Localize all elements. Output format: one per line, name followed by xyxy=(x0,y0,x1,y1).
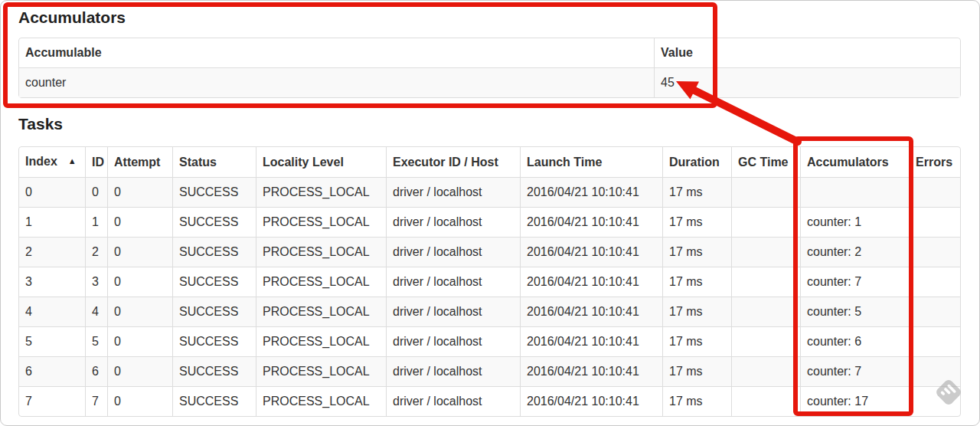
table-cell: 7 xyxy=(19,386,85,416)
col-header-locality-level[interactable]: Locality Level xyxy=(256,147,386,177)
table-row: 110SUCCESSPROCESS_LOCALdriver / localhos… xyxy=(19,207,960,237)
table-cell: 17 ms xyxy=(662,177,731,207)
accumulators-table: Accumulable Value counter45 xyxy=(18,38,961,98)
table-cell: driver / localhost xyxy=(386,356,520,386)
tasks-table: Index▲ ID Attempt Status Locality Level … xyxy=(18,146,961,417)
table-cell: SUCCESS xyxy=(172,386,256,416)
table-cell: 1 xyxy=(19,207,85,237)
table-row: 440SUCCESSPROCESS_LOCALdriver / localhos… xyxy=(19,297,960,326)
tasks-header-row: Index▲ ID Attempt Status Locality Level … xyxy=(19,147,960,177)
accumulators-table-body: counter45 xyxy=(19,67,960,97)
table-cell: 0 xyxy=(107,356,172,386)
table-cell: 17 ms xyxy=(662,267,731,297)
table-cell: 2016/04/21 10:10:41 xyxy=(520,386,662,416)
table-cell xyxy=(909,297,960,326)
table-cell: 5 xyxy=(19,326,85,356)
table-cell: 17 ms xyxy=(662,386,731,416)
table-cell xyxy=(731,326,800,356)
table-cell: 5 xyxy=(85,326,107,356)
table-cell: SUCCESS xyxy=(172,326,256,356)
table-cell xyxy=(800,177,909,207)
table-cell: counter: 1 xyxy=(800,207,909,237)
table-cell: 0 xyxy=(107,177,172,207)
table-cell: 2016/04/21 10:10:41 xyxy=(520,297,662,326)
table-cell: driver / localhost xyxy=(386,326,520,356)
table-cell: 4 xyxy=(19,297,85,326)
col-header-executor-id-host[interactable]: Executor ID / Host xyxy=(386,147,520,177)
table-cell: 2016/04/21 10:10:41 xyxy=(520,326,662,356)
table-cell: SUCCESS xyxy=(172,267,256,297)
table-cell: 2016/04/21 10:10:41 xyxy=(520,267,662,297)
col-header-attempt[interactable]: Attempt xyxy=(107,147,172,177)
table-row: 330SUCCESSPROCESS_LOCALdriver / localhos… xyxy=(19,267,960,297)
table-cell: 6 xyxy=(85,356,107,386)
table-cell: 1 xyxy=(85,207,107,237)
table-cell xyxy=(909,326,960,356)
table-cell: PROCESS_LOCAL xyxy=(256,267,386,297)
table-cell: SUCCESS xyxy=(172,177,256,207)
table-cell: 0 xyxy=(85,177,107,207)
table-cell xyxy=(731,237,800,267)
accumulators-section-title: Accumulators xyxy=(18,8,126,27)
table-cell xyxy=(731,297,800,326)
col-header-index-label: Index xyxy=(25,155,57,168)
table-row: counter45 xyxy=(19,67,960,97)
col-header-accumulators[interactable]: Accumulators xyxy=(800,147,909,177)
col-header-index[interactable]: Index▲ xyxy=(19,147,85,177)
table-cell: driver / localhost xyxy=(386,177,520,207)
table-cell: 2016/04/21 10:10:41 xyxy=(520,207,662,237)
table-cell: 17 ms xyxy=(662,237,731,267)
table-cell: 6 xyxy=(19,356,85,386)
table-cell: PROCESS_LOCAL xyxy=(256,326,386,356)
table-cell: counter: 6 xyxy=(800,326,909,356)
table-cell xyxy=(731,177,800,207)
table-cell: 17 ms xyxy=(662,207,731,237)
col-header-id[interactable]: ID xyxy=(85,147,107,177)
table-cell: 0 xyxy=(107,297,172,326)
table-cell: 2016/04/21 10:10:41 xyxy=(520,356,662,386)
table-cell: 3 xyxy=(85,267,107,297)
table-cell: 17 ms xyxy=(662,297,731,326)
table-row: 660SUCCESSPROCESS_LOCALdriver / localhos… xyxy=(19,356,960,386)
table-cell: SUCCESS xyxy=(172,356,256,386)
table-cell: 45 xyxy=(654,67,960,97)
col-header-accumulable[interactable]: Accumulable xyxy=(19,38,654,67)
table-cell: SUCCESS xyxy=(172,237,256,267)
table-cell: 17 ms xyxy=(662,326,731,356)
table-cell: 0 xyxy=(19,177,85,207)
table-cell: driver / localhost xyxy=(386,207,520,237)
table-cell: driver / localhost xyxy=(386,267,520,297)
table-cell: 0 xyxy=(107,326,172,356)
table-cell: 2016/04/21 10:10:41 xyxy=(520,237,662,267)
col-header-launch-time[interactable]: Launch Time xyxy=(520,147,662,177)
col-header-gc-time[interactable]: GC Time xyxy=(731,147,800,177)
table-cell: counter: 17 xyxy=(800,386,909,416)
table-cell: 0 xyxy=(107,207,172,237)
table-cell: 0 xyxy=(107,237,172,267)
table-cell: 2 xyxy=(19,237,85,267)
table-cell: SUCCESS xyxy=(172,297,256,326)
table-cell: counter: 7 xyxy=(800,267,909,297)
table-cell: 0 xyxy=(107,386,172,416)
table-cell: 17 ms xyxy=(662,356,731,386)
table-cell xyxy=(909,237,960,267)
table-cell: driver / localhost xyxy=(386,386,520,416)
table-cell: 2016/04/21 10:10:41 xyxy=(520,177,662,207)
table-cell: 3 xyxy=(19,267,85,297)
col-header-status[interactable]: Status xyxy=(172,147,256,177)
table-cell xyxy=(731,356,800,386)
col-header-duration[interactable]: Duration xyxy=(662,147,731,177)
table-cell: driver / localhost xyxy=(386,237,520,267)
tasks-table-body: 000SUCCESSPROCESS_LOCALdriver / localhos… xyxy=(19,177,960,416)
sort-ascending-icon: ▲ xyxy=(68,156,77,165)
spark-stage-page: Accumulators Accumulable Value counter45… xyxy=(0,0,980,426)
table-cell: counter: 2 xyxy=(800,237,909,267)
table-cell: PROCESS_LOCAL xyxy=(256,386,386,416)
col-header-value[interactable]: Value xyxy=(654,38,960,67)
table-cell: SUCCESS xyxy=(172,207,256,237)
table-cell: PROCESS_LOCAL xyxy=(256,356,386,386)
table-cell: 0 xyxy=(107,267,172,297)
table-cell: 2 xyxy=(85,237,107,267)
accumulators-header-row: Accumulable Value xyxy=(19,38,960,67)
col-header-errors[interactable]: Errors xyxy=(909,147,960,177)
